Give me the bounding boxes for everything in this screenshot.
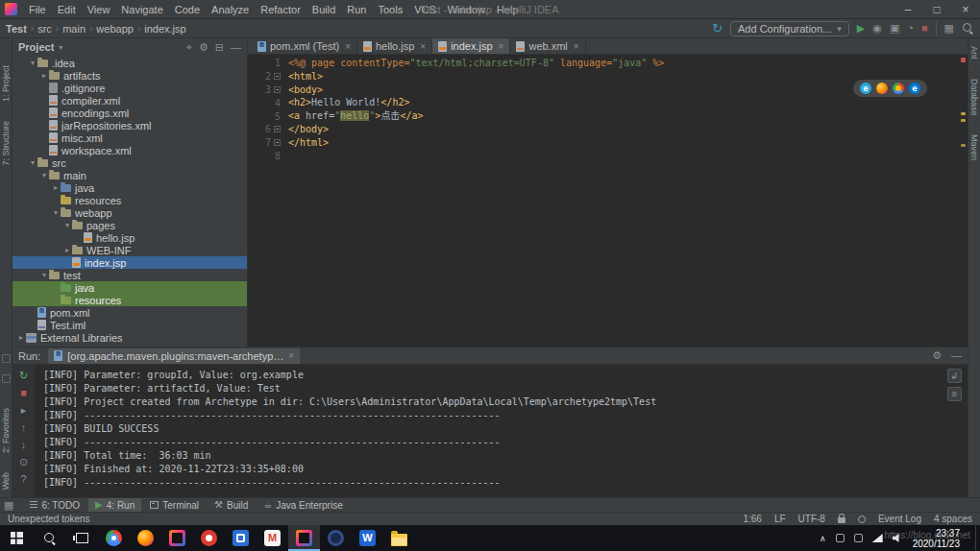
- toolwindow-button-Terminal[interactable]: Terminal: [143, 498, 206, 513]
- editor-tab-hello-jsp[interactable]: hello.jsp×: [357, 38, 432, 54]
- task-view-button[interactable]: [65, 525, 98, 551]
- toolwindow-button-4-Run[interactable]: ▶4: Run: [88, 498, 141, 513]
- taskbar-search-button[interactable]: [33, 525, 65, 551]
- tray-app-icon[interactable]: [854, 534, 863, 542]
- tab-close-icon[interactable]: ×: [574, 41, 579, 52]
- scroll-to-end-icon[interactable]: ≡: [947, 387, 962, 401]
- menu-edit[interactable]: Edit: [52, 2, 82, 17]
- console-output[interactable]: [INFO] Parameter: groupId, Value: org.ex…: [36, 365, 968, 497]
- tree-item-java[interactable]: java: [12, 281, 247, 294]
- tree-item-pages[interactable]: ▾pages: [12, 219, 247, 231]
- stripe-icon[interactable]: [2, 374, 11, 383]
- tree-item-index.jsp[interactable]: index.jsp: [12, 256, 247, 269]
- debug-button[interactable]: ◉: [872, 23, 882, 34]
- breadcrumb-item-Test[interactable]: Test: [6, 23, 27, 35]
- tree-item-java[interactable]: ▸java: [12, 181, 247, 194]
- chrome-browser-icon[interactable]: [893, 83, 904, 94]
- close-icon[interactable]: ×: [288, 350, 294, 361]
- tree-expanded-arrow-icon[interactable]: ▾: [62, 221, 72, 229]
- pin-icon[interactable]: ⊙: [16, 455, 32, 468]
- taskbar-intellij[interactable]: [161, 525, 193, 551]
- locate-file-icon[interactable]: ⌖: [186, 41, 192, 54]
- close-button[interactable]: ×: [951, 0, 980, 18]
- hide-panel-icon[interactable]: —: [231, 41, 241, 54]
- taskbar-app-dark[interactable]: [320, 525, 352, 551]
- line-separator[interactable]: LF: [774, 514, 786, 524]
- tree-item-artifacts[interactable]: ▸artifacts: [12, 69, 247, 82]
- profiler-button[interactable]: ◔: [907, 23, 914, 34]
- help-icon[interactable]: ?: [16, 472, 32, 486]
- tree-collapsed-arrow-icon[interactable]: ▸: [39, 71, 49, 80]
- stripe-button-1-Project[interactable]: 1: Project: [1, 65, 11, 102]
- menu-view[interactable]: View: [82, 2, 116, 17]
- tree-item-hello.jsp[interactable]: hello.jsp: [12, 231, 247, 244]
- menu-help[interactable]: Help: [491, 2, 525, 17]
- tree-expanded-arrow-icon[interactable]: ▾: [39, 271, 49, 279]
- update-project-icon[interactable]: ↻: [712, 22, 723, 35]
- tree-item-resources[interactable]: resources: [12, 194, 247, 206]
- tree-item-WEB-INF[interactable]: ▸WEB-INF: [12, 244, 247, 256]
- stop-button[interactable]: ■: [921, 23, 928, 34]
- hide-panel-icon[interactable]: —: [951, 349, 962, 362]
- editor-body[interactable]: 12345678 <%@ page contentType="text/html…: [248, 55, 968, 347]
- minimize-button[interactable]: –: [894, 0, 922, 18]
- show-desktop-button[interactable]: [975, 525, 980, 551]
- stripe-button-database[interactable]: Database: [969, 79, 979, 116]
- collapse-all-icon[interactable]: ⊟: [215, 41, 224, 54]
- editor-tab-index-jsp[interactable]: index.jsp×: [432, 38, 510, 54]
- edge-browser-icon[interactable]: e: [909, 83, 920, 94]
- tree-item-Test.iml[interactable]: Test.iml: [12, 319, 247, 331]
- tree-item-misc.xml[interactable]: misc.xml: [12, 132, 247, 144]
- tab-close-icon[interactable]: ×: [420, 41, 426, 52]
- firefox-browser-icon[interactable]: [876, 83, 888, 94]
- breadcrumb-item-src[interactable]: src: [37, 23, 52, 35]
- toolwindow-button-6-TODO[interactable]: 6: TODO: [23, 498, 86, 513]
- usage-stripe-mark[interactable]: [961, 144, 966, 147]
- tree-expanded-arrow-icon[interactable]: ▾: [28, 59, 37, 67]
- menu-vcs[interactable]: VCS: [408, 2, 442, 17]
- ie-browser-icon[interactable]: e: [860, 83, 871, 94]
- tree-item-resources[interactable]: resources: [12, 294, 247, 306]
- stripe-button-7-Structure[interactable]: 7: Structure: [1, 121, 11, 166]
- warning-stripe-mark[interactable]: [961, 119, 966, 122]
- code-area[interactable]: <%@ page contentType="text/html;charset=…: [282, 55, 968, 347]
- run-tab[interactable]: [org.apache.maven.plugins:maven-archetyp…: [48, 348, 300, 364]
- indent-setting[interactable]: 4 spaces: [934, 514, 972, 524]
- tree-item-src[interactable]: ▾src: [12, 156, 247, 169]
- toolwindow-button-Java-Enterprise[interactable]: ☕Java Enterprise: [257, 498, 349, 513]
- tree-item-External Libraries[interactable]: ▸External Libraries: [12, 331, 247, 344]
- stripe-button-Web[interactable]: Web: [1, 472, 11, 490]
- read-only-lock-icon[interactable]: [838, 517, 845, 523]
- tree-item-encodings.xml[interactable]: encodings.xml: [12, 107, 247, 119]
- caret-position[interactable]: 1:66: [743, 514, 761, 524]
- gear-icon[interactable]: ⚙: [199, 41, 208, 54]
- tree-item-.gitignore[interactable]: .gitignore: [12, 82, 247, 94]
- tree-item-main[interactable]: ▾main: [12, 169, 247, 181]
- menu-run[interactable]: Run: [341, 2, 372, 17]
- warning-stripe-mark[interactable]: [961, 112, 966, 115]
- tree-collapsed-arrow-icon[interactable]: ▸: [16, 333, 26, 342]
- fold-marker-icon[interactable]: [274, 73, 281, 80]
- taskbar-app-red[interactable]: [193, 525, 225, 551]
- tree-collapsed-arrow-icon[interactable]: ▸: [51, 183, 61, 192]
- stripe-button-2-Favorites[interactable]: 2: Favorites: [1, 408, 11, 453]
- tray-app-icon[interactable]: [836, 534, 845, 542]
- editor-tab-pom-xml-Test-[interactable]: pom.xml (Test)×: [252, 38, 357, 54]
- menu-code[interactable]: Code: [169, 2, 206, 17]
- tab-close-icon[interactable]: ×: [345, 41, 351, 52]
- fold-marker-icon[interactable]: [274, 126, 281, 132]
- tray-expand-icon[interactable]: ∧: [820, 534, 826, 543]
- fold-marker-icon[interactable]: [274, 139, 281, 146]
- run-configuration-select[interactable]: Add Configuration... ▾: [730, 21, 849, 36]
- taskbar-wps[interactable]: [352, 525, 383, 551]
- taskbar-chrome[interactable]: [98, 525, 130, 551]
- menu-refactor[interactable]: Refactor: [255, 2, 306, 17]
- down-stack-icon[interactable]: ↓: [16, 438, 32, 451]
- tab-close-icon[interactable]: ×: [499, 41, 504, 52]
- taskbar-explorer[interactable]: [383, 525, 415, 551]
- menu-build[interactable]: Build: [306, 2, 341, 17]
- menu-tools[interactable]: Tools: [372, 2, 408, 17]
- tree-item-pom.xml[interactable]: pom.xml: [12, 306, 247, 319]
- maximize-button[interactable]: □: [922, 0, 951, 18]
- tree-item-jarRepositories.xml[interactable]: jarRepositories.xml: [12, 119, 247, 132]
